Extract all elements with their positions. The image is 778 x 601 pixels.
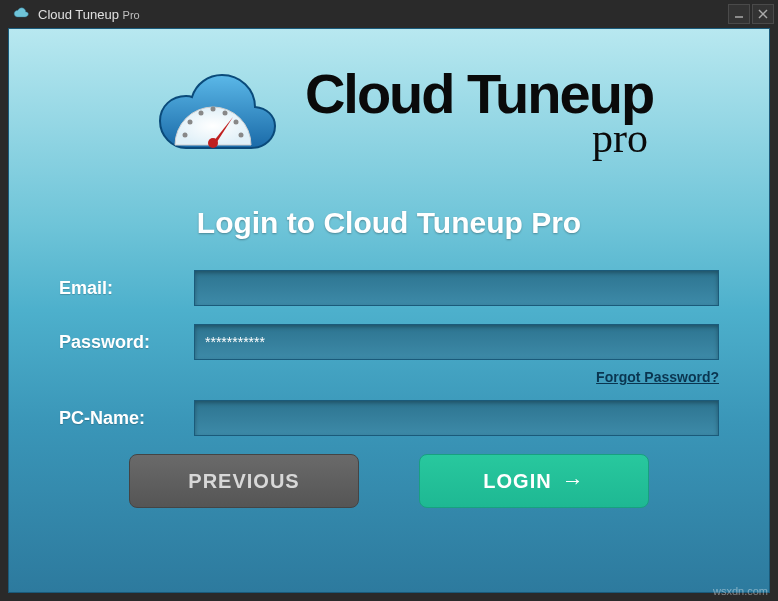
login-heading: Login to Cloud Tuneup Pro xyxy=(197,206,581,240)
forgot-password-row: Forgot Password? xyxy=(59,368,719,386)
titlebar-left: Cloud Tuneup Pro xyxy=(4,5,728,23)
email-label: Email: xyxy=(59,278,194,299)
watermark: wsxdn.com xyxy=(713,585,768,597)
svg-point-10 xyxy=(208,138,218,148)
cloud-logo-icon xyxy=(125,57,285,171)
forgot-password-link[interactable]: Forgot Password? xyxy=(596,369,719,385)
pcname-row: PC-Name: xyxy=(59,400,719,436)
previous-button[interactable]: PREVIOUS xyxy=(129,454,359,508)
password-input[interactable] xyxy=(194,324,719,360)
svg-point-4 xyxy=(187,120,192,125)
minimize-button[interactable] xyxy=(728,4,750,24)
email-input[interactable] xyxy=(194,270,719,306)
logo-text-group: Cloud Tuneup pro xyxy=(305,66,653,162)
login-button[interactable]: LOGIN → xyxy=(419,454,649,508)
cloud-mini-icon xyxy=(4,5,38,23)
button-row: PREVIOUS LOGIN → xyxy=(59,454,719,508)
logo-area: Cloud Tuneup pro xyxy=(125,57,653,171)
email-row: Email: xyxy=(59,270,719,306)
password-label: Password: xyxy=(59,332,194,353)
app-window: Cloud Tuneup Pro xyxy=(0,0,778,601)
login-form: Email: Password: Forgot Password? PC-Nam… xyxy=(59,270,719,508)
svg-point-6 xyxy=(210,107,215,112)
titlebar: Cloud Tuneup Pro xyxy=(0,0,778,28)
previous-button-label: PREVIOUS xyxy=(188,470,299,493)
window-title: Cloud Tuneup Pro xyxy=(38,7,140,22)
svg-point-7 xyxy=(222,111,227,116)
login-button-label: LOGIN xyxy=(483,470,551,493)
logo-sub-text: pro xyxy=(305,114,648,162)
titlebar-buttons xyxy=(728,4,774,24)
svg-point-9 xyxy=(238,133,243,138)
close-button[interactable] xyxy=(752,4,774,24)
svg-point-3 xyxy=(182,133,187,138)
svg-point-5 xyxy=(198,111,203,116)
pcname-input[interactable] xyxy=(194,400,719,436)
arrow-right-icon: → xyxy=(562,468,585,494)
content-area: Cloud Tuneup pro Login to Cloud Tuneup P… xyxy=(8,28,770,593)
pcname-label: PC-Name: xyxy=(59,408,194,429)
password-row: Password: xyxy=(59,324,719,360)
svg-point-8 xyxy=(233,120,238,125)
